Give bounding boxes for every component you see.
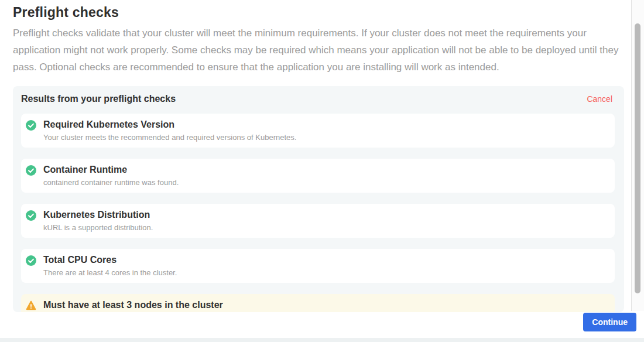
check-message: containerd container runtime was found. — [43, 178, 179, 187]
check-title: Total CPU Cores — [43, 254, 177, 265]
page-description: Preflight checks validate that your clus… — [13, 25, 622, 76]
main-content: Preflight checks Preflight checks valida… — [0, 0, 631, 311]
check-text: Total CPU Cores There are at least 4 cor… — [43, 254, 177, 277]
check-title: Container Runtime — [43, 164, 179, 175]
vertical-scrollbar[interactable] — [631, 0, 644, 311]
scrollbar-thumb[interactable] — [635, 23, 640, 293]
results-heading: Results from your preflight checks — [21, 94, 176, 104]
check-text: Required Kubernetes Version Your cluster… — [43, 119, 296, 142]
check-text: Must have at least 3 nodes in the cluste… — [43, 299, 223, 312]
check-text: Kubernetes Distribution kURL is a suppor… — [43, 209, 153, 232]
continue-button[interactable]: Continue — [583, 313, 636, 331]
cancel-button[interactable]: Cancel — [587, 94, 612, 104]
check-result-item: Total CPU Cores There are at least 4 cor… — [21, 249, 615, 283]
warning-triangle-icon — [26, 300, 36, 311]
check-title: Kubernetes Distribution — [43, 209, 153, 220]
check-result-item: Container Runtime containerd container r… — [21, 159, 615, 193]
check-circle-icon — [26, 210, 36, 221]
preflight-page: Preflight checks Preflight checks valida… — [0, 0, 644, 342]
preflight-results-panel: Results from your preflight checks Cance… — [13, 86, 624, 312]
check-text: Container Runtime containerd container r… — [43, 164, 179, 187]
page-title: Preflight checks — [13, 5, 631, 20]
check-circle-icon — [26, 165, 36, 176]
check-result-item: Kubernetes Distribution kURL is a suppor… — [21, 204, 615, 238]
check-message: There are at least 4 cores in the cluste… — [43, 268, 177, 277]
check-result-item: Required Kubernetes Version Your cluster… — [21, 114, 615, 148]
check-message: kURL is a supported distribution. — [43, 223, 153, 232]
check-title: Required Kubernetes Version — [43, 119, 296, 130]
bottom-divider — [0, 338, 644, 342]
checks-list: Required Kubernetes Version Your cluster… — [13, 104, 624, 312]
check-circle-icon — [26, 120, 36, 131]
check-result-item: Must have at least 3 nodes in the cluste… — [21, 294, 615, 312]
check-circle-icon — [26, 255, 36, 266]
check-message: Your cluster meets the recommended and r… — [43, 133, 296, 142]
check-title: Must have at least 3 nodes in the cluste… — [43, 299, 223, 310]
panel-header: Results from your preflight checks Cance… — [13, 86, 624, 104]
